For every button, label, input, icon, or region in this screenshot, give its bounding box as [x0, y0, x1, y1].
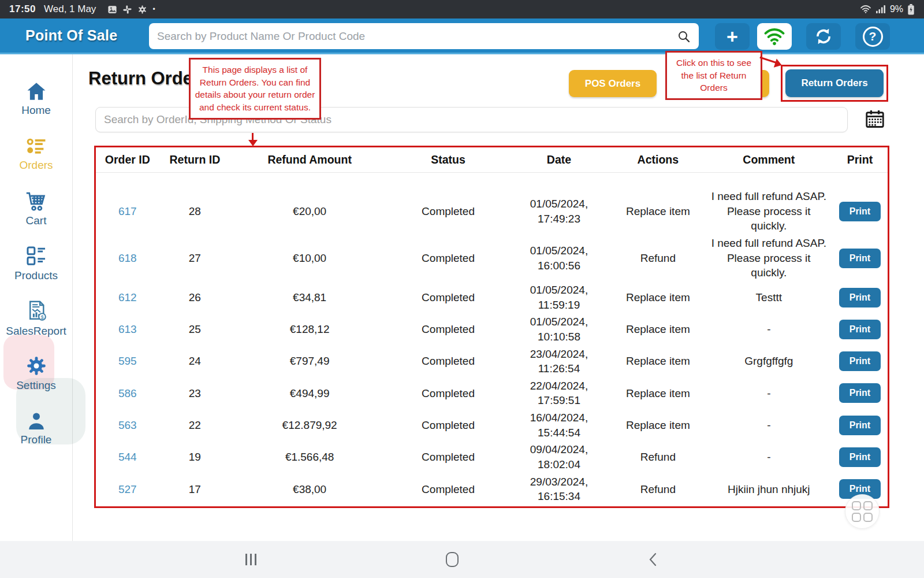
sync-button[interactable]	[806, 23, 841, 50]
print-button[interactable]: Print	[839, 320, 881, 339]
action-cell: Replace item	[610, 289, 706, 306]
order-id-link[interactable]: 586	[118, 387, 137, 399]
wifi-green-icon	[763, 27, 785, 46]
order-id-link[interactable]: 613	[118, 323, 137, 335]
table-header-row: Order ID Return ID Refund Amount Status …	[96, 147, 888, 173]
sidebar-item-cart[interactable]: Cart	[0, 181, 72, 236]
pos-app-screen: 17:50 Wed, 1 May • 9% Point Of Sale +	[0, 0, 924, 578]
print-button[interactable]: Print	[839, 447, 881, 467]
print-button[interactable]: Print	[839, 288, 881, 307]
slack-notification-icon	[122, 5, 132, 14]
android-status-bar: 17:50 Wed, 1 May • 9%	[0, 0, 924, 18]
android-nav-bar	[0, 541, 924, 578]
app-header: Point Of Sale + ?	[0, 18, 924, 54]
refund-amount-cell: €38,00	[230, 481, 389, 498]
battery-charging-icon	[907, 4, 915, 15]
sales-report-icon: $	[25, 300, 48, 322]
return-id-cell: 25	[159, 321, 230, 338]
return-id-cell: 23	[159, 385, 230, 402]
sidebar-item-products[interactable]: Products	[0, 236, 72, 291]
signal-bars-icon	[875, 5, 886, 14]
table-row: 563 22 €12.879,92 Completed 16/04/2024, …	[96, 409, 888, 441]
refund-amount-cell: €494,99	[230, 385, 389, 402]
comment-cell: -	[706, 321, 832, 338]
calendar-icon	[865, 109, 885, 129]
main-content: Return Orders POS Orders Return Orders O…	[73, 54, 924, 541]
refund-amount-cell: €128,12	[230, 321, 389, 338]
sidebar-item-home[interactable]: Home	[0, 72, 72, 127]
status-cell: Completed	[389, 203, 508, 220]
sidebar: Home Orders Cart Products $ SalesReport …	[0, 54, 73, 541]
date-cell: 01/05/2024, 10:10:58	[508, 313, 610, 345]
comment-cell: Grgfgffgfg	[706, 353, 832, 370]
print-button[interactable]: Print	[839, 202, 881, 221]
help-icon: ?	[863, 27, 883, 47]
order-id-link[interactable]: 595	[118, 355, 137, 367]
wifi-status-button[interactable]	[757, 23, 792, 50]
print-button[interactable]: Print	[839, 351, 881, 371]
date-cell: 01/05/2024, 11:59:19	[508, 281, 610, 313]
status-cell: Completed	[389, 449, 508, 466]
order-id-link[interactable]: 563	[118, 419, 137, 431]
order-id-link[interactable]: 544	[118, 451, 137, 463]
order-id-link[interactable]: 612	[118, 291, 137, 303]
table-row: 586 23 €494,99 Completed 22/04/2024, 17:…	[96, 377, 888, 409]
settings-gear-icon	[25, 355, 47, 376]
sidebar-item-settings[interactable]: Settings	[0, 346, 72, 401]
status-cell: Completed	[389, 250, 508, 267]
recents-button[interactable]	[245, 554, 256, 565]
print-button[interactable]: Print	[839, 383, 881, 403]
return-id-cell: 26	[159, 289, 230, 306]
refund-amount-cell: €10,00	[230, 250, 389, 267]
settings-notification-icon	[137, 5, 147, 14]
svg-text:$: $	[40, 314, 43, 320]
grid-icon	[852, 501, 873, 522]
order-id-link[interactable]: 527	[118, 483, 137, 495]
pos-orders-button[interactable]: POS Orders	[569, 70, 657, 97]
home-nav-button[interactable]	[446, 552, 459, 567]
print-button[interactable]: Print	[839, 416, 881, 435]
date-cell: 22/04/2024, 17:59:51	[508, 377, 610, 409]
sidebar-item-orders[interactable]: Orders	[0, 127, 72, 181]
column-header: Refund Amount	[230, 153, 389, 166]
status-cell: Completed	[389, 417, 508, 434]
wifi-status-icon	[860, 5, 871, 14]
print-button[interactable]: Print	[839, 249, 881, 268]
comment-cell: -	[706, 385, 832, 402]
sidebar-item-sales-report[interactable]: $ SalesReport	[0, 291, 72, 346]
column-header: Comment	[706, 153, 832, 166]
gallery-notification-icon	[107, 5, 117, 14]
table-row: 544 19 €1.566,48 Completed 09/04/2024, 1…	[96, 441, 888, 473]
action-cell: Replace item	[610, 385, 706, 402]
refund-amount-cell: €34,81	[230, 289, 389, 306]
action-cell: Refund	[610, 481, 706, 498]
table-row: 613 25 €128,12 Completed 01/05/2024, 10:…	[96, 313, 888, 345]
help-button[interactable]: ?	[855, 23, 890, 50]
add-button[interactable]: +	[715, 23, 750, 50]
comment-cell: Hjkiin jhun nhjukj	[706, 481, 832, 498]
status-cell: Completed	[389, 385, 508, 402]
date-cell: 29/03/2024, 16:15:34	[508, 473, 610, 505]
date-cell: 09/04/2024, 18:02:04	[508, 441, 610, 473]
action-cell: Replace item	[610, 417, 706, 434]
order-id-link[interactable]: 617	[118, 205, 137, 217]
return-id-cell: 24	[159, 353, 230, 370]
sidebar-item-profile[interactable]: Profile	[0, 401, 72, 456]
return-id-cell: 19	[159, 449, 230, 466]
action-cell: Refund	[610, 250, 706, 267]
refund-amount-cell: €20,00	[230, 203, 389, 220]
annotation-arrowhead-down	[248, 140, 258, 146]
orders-icon	[25, 136, 47, 156]
status-cell: Completed	[389, 353, 508, 370]
action-cell: Replace item	[610, 321, 706, 338]
order-id-link[interactable]: 618	[118, 252, 137, 264]
column-header: Print	[832, 153, 888, 166]
return-id-cell: 28	[159, 203, 230, 220]
return-orders-button[interactable]: Return Orders	[785, 69, 884, 97]
product-search-input[interactable]	[157, 30, 677, 43]
floating-grid-button[interactable]	[845, 494, 880, 529]
back-button[interactable]	[647, 553, 658, 569]
date-filter-button[interactable]	[863, 108, 886, 131]
plus-icon: +	[726, 27, 738, 46]
annotation-button-note: Click on this to see the list of Return …	[665, 51, 762, 100]
